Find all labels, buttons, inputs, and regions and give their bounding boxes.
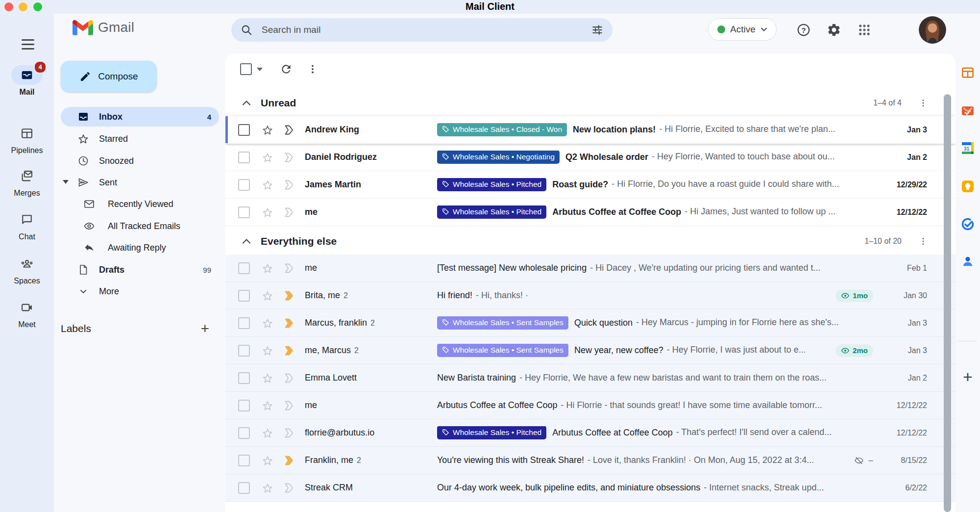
star-icon[interactable]	[262, 206, 273, 218]
row-checkbox[interactable]	[238, 290, 250, 302]
email-row[interactable]: Daniel Rodriguez Wholesale Sales • Negot…	[225, 144, 956, 171]
star-icon[interactable]	[262, 427, 273, 439]
star-icon[interactable]	[262, 179, 273, 191]
row-checkbox[interactable]	[238, 262, 250, 274]
star-icon[interactable]	[262, 317, 273, 329]
email-row[interactable]: florrie@arbutus.io Wholesale Sales • Pit…	[225, 419, 956, 447]
sidebar-item-snoozed[interactable]: Snoozed	[61, 151, 219, 171]
streak-pipelines-icon[interactable]	[959, 64, 977, 81]
search-options-icon[interactable]	[591, 24, 604, 36]
star-icon[interactable]	[262, 152, 273, 163]
rail-item-chat[interactable]: Chat	[0, 210, 54, 241]
email-row[interactable]: me Wholesale Sales • PitchedArbutus Coff…	[225, 199, 956, 226]
compose-button[interactable]: Compose	[61, 61, 157, 92]
star-icon[interactable]	[262, 262, 273, 274]
email-row[interactable]: me, Marcus2 Wholesale Sales • Sent Sampl…	[225, 337, 956, 364]
collapse-section-icon[interactable]	[242, 100, 251, 106]
pipeline-stage-label[interactable]: Wholesale Sales • Pitched	[437, 205, 546, 219]
row-checkbox[interactable]	[238, 455, 250, 466]
select-all-checkbox[interactable]	[240, 63, 252, 75]
main-menu-icon[interactable]	[21, 36, 35, 51]
pipeline-stage-label[interactable]: Wholesale Sales • Negotiating	[437, 151, 560, 164]
google-tasks-icon[interactable]	[959, 215, 977, 233]
help-icon[interactable]: ?	[795, 22, 812, 38]
search-icon[interactable]	[240, 24, 253, 36]
streak-box-icon[interactable]	[283, 455, 295, 466]
streak-box-icon[interactable]	[283, 345, 295, 357]
create-label-button[interactable]: +	[200, 321, 209, 336]
rail-item-mail[interactable]: 4 Mail	[0, 65, 54, 97]
google-apps-grid-icon[interactable]	[856, 22, 873, 38]
row-checkbox[interactable]	[238, 317, 250, 329]
streak-box-icon[interactable]	[283, 400, 295, 411]
availability-status-dropdown[interactable]: Active	[708, 18, 777, 41]
more-options-icon[interactable]	[303, 59, 322, 79]
star-icon[interactable]	[262, 345, 273, 357]
pipeline-stage-label[interactable]: Wholesale Sales • Pitched	[437, 426, 546, 439]
row-checkbox[interactable]	[238, 372, 250, 384]
email-row[interactable]: Marcus, franklin2 Wholesale Sales • Sent…	[225, 309, 956, 337]
streak-box-icon[interactable]	[283, 372, 295, 384]
pipeline-stage-label[interactable]: Wholesale Sales • Pitched	[437, 178, 546, 191]
star-icon[interactable]	[262, 455, 273, 466]
email-row[interactable]: me Arbutus Coffee at Coffee Coop- Hi Flo…	[225, 392, 956, 419]
sidebar-item-drafts[interactable]: Drafts 99	[61, 260, 219, 280]
section-menu-icon[interactable]	[918, 236, 928, 246]
google-calendar-icon[interactable]: 31	[959, 139, 977, 157]
row-checkbox[interactable]	[238, 427, 250, 439]
get-addons-button[interactable]: +	[959, 368, 977, 385]
email-row[interactable]: Streak CRM Our 4-day work week, bulk pip…	[225, 474, 956, 502]
sidebar-item-awaiting-reply[interactable]: Awaiting Reply	[61, 238, 219, 257]
streak-box-icon[interactable]	[283, 152, 295, 163]
row-checkbox[interactable]	[238, 179, 250, 191]
rail-item-spaces[interactable]: Spaces	[0, 254, 54, 285]
row-checkbox[interactable]	[238, 400, 250, 411]
streak-box-icon[interactable]	[283, 124, 295, 136]
star-icon[interactable]	[262, 372, 273, 384]
collapse-section-icon[interactable]	[242, 238, 251, 244]
collapse-caret-icon[interactable]	[63, 180, 69, 184]
sidebar-item-sent[interactable]: Sent	[61, 173, 219, 192]
row-checkbox[interactable]	[238, 345, 250, 357]
star-icon[interactable]	[262, 482, 273, 494]
search-input[interactable]	[261, 24, 591, 36]
streak-box-icon[interactable]	[283, 317, 295, 329]
pipeline-stage-label[interactable]: Wholesale Sales • Sent Samples	[437, 316, 568, 330]
row-checkbox[interactable]	[238, 206, 250, 218]
streak-box-icon[interactable]	[283, 206, 295, 218]
streak-box-icon[interactable]	[283, 482, 295, 494]
email-row[interactable]: Andrew King Wholesale Sales • Closed - W…	[225, 116, 956, 144]
refresh-icon[interactable]	[276, 59, 296, 79]
google-contacts-icon[interactable]	[959, 253, 977, 270]
search-bar[interactable]	[231, 18, 612, 42]
account-avatar[interactable]	[919, 16, 946, 44]
streak-box-icon[interactable]	[283, 427, 295, 439]
pipeline-stage-label[interactable]: Wholesale Sales • Sent Samples	[437, 344, 568, 357]
settings-gear-icon[interactable]	[826, 22, 842, 38]
pipeline-stage-label[interactable]: Wholesale Sales • Closed - Won	[437, 123, 567, 136]
streak-box-icon[interactable]	[283, 262, 295, 274]
streak-email-tracking-icon[interactable]	[959, 102, 977, 120]
email-row[interactable]: Brita, me2 Hi friend!- Hi, thanks! · 1mo…	[225, 282, 956, 309]
select-dropdown-icon[interactable]	[257, 68, 263, 71]
sidebar-item-all-tracked-emails[interactable]: All Tracked Emails	[61, 216, 219, 236]
google-keep-icon[interactable]	[959, 178, 977, 195]
sidebar-item-starred[interactable]: Starred	[61, 129, 219, 149]
email-row[interactable]: Franklin, me2 You're viewing this with S…	[225, 447, 956, 474]
streak-box-icon[interactable]	[283, 179, 295, 191]
row-checkbox[interactable]	[238, 124, 250, 136]
sidebar-item-recently-viewed[interactable]: Recently Viewed	[61, 194, 219, 214]
row-checkbox[interactable]	[238, 482, 250, 494]
rail-item-pipelines[interactable]: Pipelines	[0, 124, 54, 155]
email-row[interactable]: Emma Lovett New Barista training- Hey Fl…	[225, 364, 956, 392]
rail-item-merges[interactable]: Merges	[0, 166, 54, 198]
star-icon[interactable]	[262, 124, 273, 136]
email-row[interactable]: me [Test message] New wholesale pricing-…	[225, 255, 956, 282]
star-icon[interactable]	[262, 290, 273, 302]
row-checkbox[interactable]	[238, 152, 250, 163]
email-row[interactable]: James Martin Wholesale Sales • PitchedRo…	[225, 171, 956, 199]
rail-item-meet[interactable]: Meet	[0, 298, 54, 329]
star-icon[interactable]	[262, 400, 273, 411]
sidebar-item-inbox[interactable]: Inbox 4	[61, 107, 219, 127]
section-menu-icon[interactable]	[918, 98, 928, 108]
